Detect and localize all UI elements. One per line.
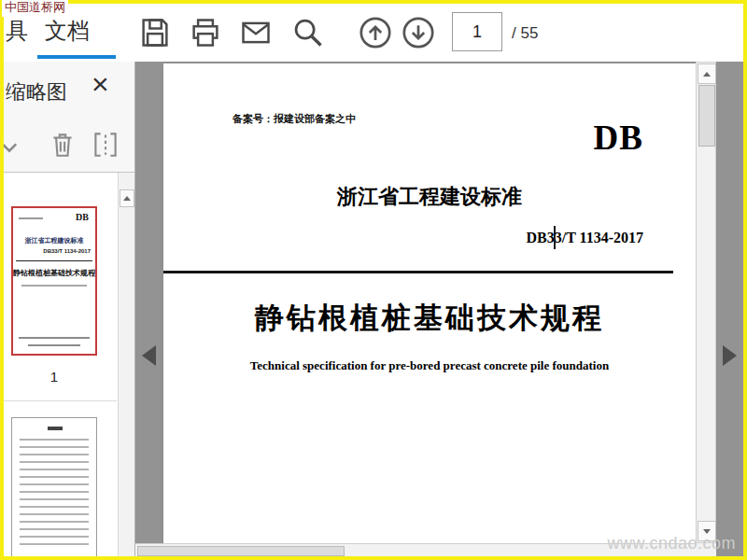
thumb-db-text: DB: [76, 212, 89, 222]
watermark-top-left: 中国道桥网: [2, 0, 68, 17]
save-icon: [138, 16, 172, 49]
field-divider-line: [554, 226, 556, 249]
thumb-standard-no: DB33/T 1134-2017: [43, 248, 91, 254]
thumbnail-list: DB 浙江省工程建设标准 DB33/T 1134-2017 静钻根植桩基础技术规…: [4, 173, 134, 556]
thumb-rule: [16, 260, 92, 261]
next-page-button[interactable]: [402, 16, 435, 49]
thumb-title-text: 静钻根植桩基础技术规程: [13, 268, 95, 278]
page-number-input[interactable]: [452, 12, 502, 51]
thumb-heading-line: [48, 427, 63, 430]
search-button[interactable]: [291, 16, 325, 49]
previous-page-arrow[interactable]: [142, 345, 156, 366]
vertical-scrollbar-thumb[interactable]: [698, 85, 715, 147]
thumb-text-line: [28, 344, 80, 346]
panel-title: 缩略图: [6, 78, 67, 106]
document-page: 备案号：报建设部备案之中 DB 浙江省工程建设标准 DB33/T 1134-20…: [163, 63, 696, 543]
tab-document[interactable]: 文档: [45, 16, 90, 46]
thumb-text-line: [19, 337, 90, 339]
page-up-icon: [359, 16, 392, 49]
page-down-icon: [402, 16, 435, 49]
toolbar: 具 文档: [4, 4, 743, 63]
tab-tools[interactable]: 具: [6, 16, 28, 46]
thumbnail-panel: 缩略图 × DB 浙江省工程建设标准: [4, 62, 135, 556]
thumbnail-divider: [4, 400, 117, 401]
standard-number: DB33/T 1134-2017: [527, 230, 644, 246]
document-title-cn: 静钻根植桩基础技术规程: [163, 299, 696, 338]
thumb-org-text: 浙江省工程建设标准: [13, 236, 95, 245]
triangle-up-icon: [703, 72, 711, 77]
thumb-text-line: [21, 285, 87, 287]
db-mark: DB: [594, 118, 643, 158]
triangle-up-icon: [123, 196, 131, 201]
delete-page-button[interactable]: [47, 129, 78, 161]
next-page-arrow[interactable]: [723, 345, 737, 366]
thumbnail-page-2[interactable]: [11, 417, 97, 556]
vertical-scrollbar[interactable]: [696, 62, 716, 543]
watermark-bottom-right: www.cndao.com: [607, 534, 736, 553]
scroll-up-button[interactable]: [120, 189, 134, 207]
previous-page-button[interactable]: [359, 16, 392, 49]
document-canvas: 备案号：报建设部备案之中 DB 浙江省工程建设标准 DB33/T 1134-20…: [135, 62, 743, 556]
search-icon: [291, 16, 325, 49]
document-title-en: Technical specification for pre-bored pr…: [163, 358, 696, 373]
save-button[interactable]: [138, 16, 172, 49]
email-button[interactable]: [239, 16, 273, 49]
cut-pages-button[interactable]: [90, 129, 121, 161]
active-tab-underline: [37, 55, 116, 59]
print-icon: [189, 16, 222, 49]
thumbnail-page-number: 1: [11, 369, 97, 385]
thumb-text-line: [19, 217, 43, 219]
print-button[interactable]: [189, 16, 222, 49]
email-icon: [239, 16, 273, 49]
cut-pages-icon: [90, 129, 121, 161]
chevron-down-icon: [4, 136, 21, 159]
horizontal-scrollbar-thumb[interactable]: [137, 546, 345, 556]
thumbnail-page-1[interactable]: DB 浙江省工程建设标准 DB33/T 1134-2017 静钻根植桩基础技术规…: [11, 206, 97, 356]
triangle-down-icon: [703, 529, 711, 534]
title-rule: [163, 271, 673, 273]
thumbnail-scrollbar[interactable]: [118, 173, 134, 556]
page-count-label: / 55: [512, 24, 538, 43]
thumb-text-lines: [20, 439, 89, 551]
scroll-up-button[interactable]: [698, 63, 716, 84]
thumbnail-toolbar: [4, 118, 134, 173]
pdf-viewer-window: 具 文档: [4, 4, 743, 556]
standard-org-heading: 浙江省工程建设标准: [163, 183, 696, 211]
options-dropdown-button[interactable]: [4, 136, 21, 159]
filing-note: 备案号：报建设部备案之中: [233, 112, 356, 126]
trash-icon: [47, 129, 78, 161]
close-panel-button[interactable]: ×: [92, 69, 109, 99]
